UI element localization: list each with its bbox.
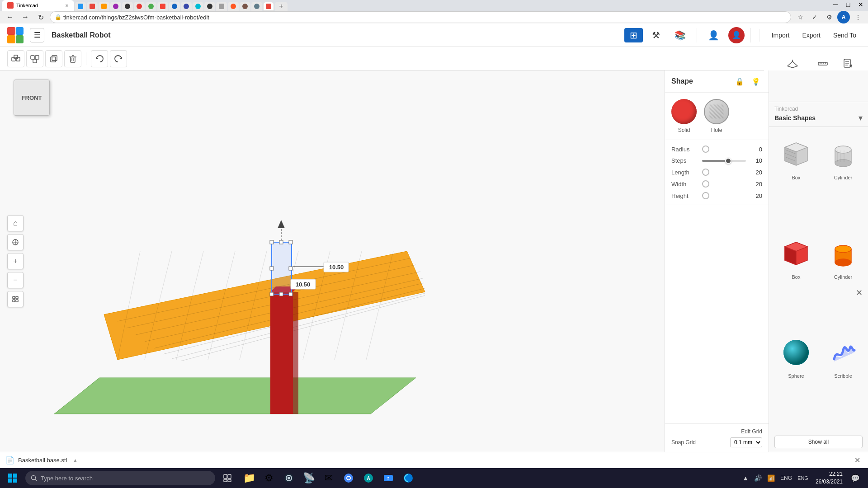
maximize-btn[interactable]: □ [843,0,854,9]
user-avatar[interactable]: 👤 [728,27,745,43]
file-expand-icon[interactable]: ▲ [72,457,78,464]
send-to-btn[interactable]: Send To [827,29,863,42]
shape-item-cylinder-orange[interactable]: Cylinder [821,232,865,328]
settings-btn[interactable]: ⚙ [823,11,835,23]
taskbar-chrome[interactable] [339,469,358,487]
browser-tab-other[interactable] [216,2,227,11]
browser-tab-other[interactable] [251,2,262,11]
extension1-btn[interactable]: ✓ [808,11,821,23]
taskbar-zoom[interactable]: Z [379,469,398,487]
browser-tab-other[interactable] [157,2,168,11]
library-btn[interactable]: 📚 [669,28,691,42]
wifi-icon[interactable]: 📶 [765,473,777,483]
help-btn[interactable]: 💡 [750,75,762,88]
minimize-btn[interactable]: ─ [830,0,841,9]
wireless-icon: 📡 [303,472,315,484]
redo-btn[interactable] [110,50,127,67]
radius-radio[interactable] [702,145,709,153]
menu-btn[interactable]: ☰ [30,28,44,42]
browser-tab-other[interactable] [240,2,250,11]
file-close-btn[interactable]: ✕ [852,455,863,466]
export-btn[interactable]: Export [796,29,826,42]
bookmark-btn[interactable]: ☆ [794,11,807,23]
close-window-btn[interactable]: ✕ [855,0,866,9]
taskbar-file-explorer[interactable]: 📁 [240,469,259,487]
browser-tab-other[interactable] [99,2,109,11]
browser-tab-other[interactable] [181,2,192,11]
back-btn[interactable]: ← [4,11,16,23]
steam-icon [283,473,294,483]
delete-icon [68,54,78,64]
delete-btn[interactable] [64,50,81,67]
taskbar-edge[interactable] [399,469,418,487]
import-btn[interactable]: Import [765,29,796,42]
browser-tab-other[interactable] [193,2,203,11]
taskbar-clock[interactable]: 22:21 26/03/2021 [813,469,845,487]
battery-icon[interactable]: 🔊 [752,473,764,483]
right-panels: Shape 🔒 💡 Solid Hole [665,70,868,452]
tab-close[interactable]: ✕ [65,3,69,8]
duplicate-btn[interactable] [45,50,62,67]
show-all-btn[interactable]: Show all [774,436,863,448]
browser-tab-other[interactable] [87,2,98,11]
library-category-selector[interactable]: Basic Shapes ▾ [774,113,863,123]
steps-thumb[interactable] [725,158,731,164]
snap-grid-label: Snap Grid [671,439,696,446]
taskbar-apps: 📁 ⚙ 📡 ✉ A [240,469,418,487]
profile-btn[interactable]: A [837,11,850,23]
browser-tab-other[interactable] [146,2,156,11]
ungroup-btn[interactable] [26,50,43,67]
shape-item-sphere[interactable]: Sphere [774,331,818,427]
more-btn[interactable]: ⋮ [852,11,864,23]
taskbar-mail[interactable]: ✉ [319,469,338,487]
library-close-btn[interactable]: ✕ [854,287,864,298]
browser-tab-current[interactable] [263,2,274,11]
forward-btn[interactable]: → [19,11,32,23]
solid-option[interactable]: Solid [671,99,697,133]
lock-btn[interactable]: 🔒 [733,75,746,88]
browser-tab-other[interactable] [169,2,180,11]
steps-slider[interactable] [702,160,746,162]
refresh-btn[interactable]: ↻ [34,11,47,23]
taskbar-arduino[interactable]: A [359,469,378,487]
mail-icon: ✉ [325,472,333,484]
browser-toolbar: ← → ↻ 🔒 tinkercad.com/things/bzZ2siwsOfm… [0,11,868,24]
edit-grid-btn[interactable]: Edit Grid [741,428,762,435]
shape-item-scribble[interactable]: Scribble [821,331,865,427]
hole-option[interactable]: Hole [704,99,729,133]
width-radio[interactable] [702,180,709,188]
notification-btn[interactable]: 💬 [848,469,863,487]
add-user-btn[interactable]: 👤 [703,28,725,42]
new-tab-btn[interactable]: + [275,2,288,11]
input-icon[interactable]: ENG [796,474,810,482]
shape-item-box-grey[interactable]: Box [774,132,818,228]
taskbar-settings[interactable]: ⚙ [259,469,278,487]
taskbar-search[interactable]: Type here to search [25,471,215,485]
viewport[interactable]: FRONT ⌂ + − [0,70,665,452]
browser-tab-other[interactable] [204,2,215,11]
taskbar-steam[interactable] [279,469,298,487]
taskbar-wireless[interactable]: 📡 [299,469,318,487]
height-radio[interactable] [702,192,709,199]
tinkercad-logo[interactable] [5,25,25,45]
browser-tab-other[interactable] [75,2,86,11]
header-right: ⊞ ⚒ 📚 👤 👤 Import Export Send To [624,27,863,43]
browser-tab-other[interactable] [110,2,121,11]
grid-view-btn[interactable]: ⊞ [624,28,643,42]
group-btn[interactable] [7,50,24,67]
address-bar[interactable]: 🔒 tinkercad.com/things/bzZ2siwsOfm-baske… [50,11,791,23]
browser-tab-other[interactable] [228,2,239,11]
length-radio[interactable] [702,169,709,176]
browser-tab-active[interactable]: Tinkercad ✕ [2,0,74,11]
browser-tab-other[interactable] [122,2,133,11]
shape-item-cylinder-grey[interactable]: Cylinder [821,132,865,228]
network-icon[interactable]: ▲ [741,473,750,483]
task-view-btn[interactable] [218,469,237,487]
browser-tab-other[interactable] [134,2,145,11]
undo-btn[interactable] [91,50,108,67]
perspective-btn[interactable]: ⚒ [646,28,665,42]
shape-item-box-red[interactable]: Box [774,232,818,328]
snap-grid-select[interactable]: 0.1 mm 0.5 mm 1 mm [730,437,762,447]
start-btn[interactable] [3,469,23,487]
language-indicator[interactable]: ENG [778,473,794,483]
